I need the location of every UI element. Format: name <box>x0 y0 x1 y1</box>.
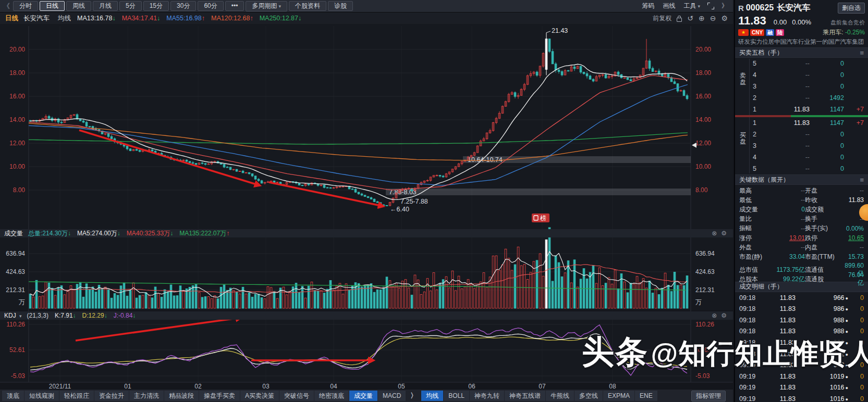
order-book-header[interactable]: 买卖五档（手）≡ <box>735 47 868 58</box>
svg-text:110.26: 110.26 <box>6 321 25 328</box>
session-status: 盘前集合竞价 <box>830 19 865 27</box>
overlay-button-BOLL[interactable]: BOLL <box>444 391 469 401</box>
kdj-value-2: J:-0.84↓ <box>114 312 136 319</box>
key-data-header[interactable]: 关键数据（展开）≡ <box>735 174 868 185</box>
connect-badge: 陆 <box>776 29 784 36</box>
ma-group-label[interactable]: 均线 <box>58 14 71 23</box>
indicator-button-资金拉升[interactable]: 资金拉升 <box>94 391 129 401</box>
pane-settings-icon[interactable]: ⚙ <box>721 312 727 319</box>
zoom-out-icon[interactable]: ⊖ <box>710 15 716 22</box>
svg-text:12.00: 12.00 <box>695 140 711 147</box>
buy-level-row[interactable]: 3--0 <box>751 140 868 152</box>
svg-text:52.61: 52.61 <box>9 346 25 354</box>
overlay-button-神奇九转[interactable]: 神奇九转 <box>470 391 504 401</box>
chart-header: 日线 长安汽车 均线 MA13:16.78↓MA34:17.41↓MA55:16… <box>0 12 733 24</box>
sell-level-row[interactable]: 2--1492 <box>751 92 868 104</box>
indicator-button-突破信号[interactable]: 突破信号 <box>279 391 314 401</box>
indicator-button-轻松跟庄[interactable]: 轻松跟庄 <box>59 391 94 401</box>
overlay-button-EXPMA[interactable]: EXPMA <box>603 391 634 401</box>
svg-text:03: 03 <box>262 383 270 390</box>
sell-level-row[interactable]: 4--0 <box>751 69 868 81</box>
close-pane-icon[interactable]: ⊗ <box>712 230 717 237</box>
indicator-toolbar: 顶底短线窥测轻松跟庄资金拉升主力清洗精品波段操盘手买卖A买卖决策突破信号绝密顶底… <box>0 390 733 402</box>
overlay-button-均线[interactable]: 均线 <box>421 391 443 401</box>
buy-side-label: 买盘 <box>739 132 747 145</box>
tool-menu-筹码[interactable]: 筹码 <box>642 2 654 10</box>
trade-row[interactable]: 09:1811.83988●0 <box>735 315 868 326</box>
settings-gear-icon[interactable]: ⚙ <box>721 15 728 22</box>
close-pane-icon[interactable]: ⊗ <box>712 312 717 319</box>
indicator-button-精品波段[interactable]: 精品波段 <box>164 391 199 401</box>
toolbar-button-个股资料[interactable]: 个股资料 <box>289 1 326 11</box>
trade-row[interactable]: 09:1911.831016●0 <box>735 393 868 402</box>
indicator-button-MACD[interactable]: MACD <box>378 391 406 401</box>
svg-text:←6.40: ←6.40 <box>390 206 409 213</box>
tool-menu-工具[interactable]: 工具▾ <box>683 2 700 10</box>
overlay-button-多空线[interactable]: 多空线 <box>574 391 603 401</box>
buy-level-row[interactable]: 111.831147+7 <box>751 117 868 129</box>
period-tab-周线[interactable]: 周线 <box>66 1 91 11</box>
adjust-mode-label[interactable]: 前复权 <box>653 14 671 23</box>
buy-level-row[interactable]: 4--0 <box>751 152 868 163</box>
price-change: 0.00 <box>774 18 787 26</box>
buy-level-row[interactable]: 2--0 <box>751 129 868 140</box>
key-data-row: 成交量0成交额0 <box>735 205 868 214</box>
period-tab-月线[interactable]: 月线 <box>93 1 118 11</box>
svg-text:万: 万 <box>695 298 702 306</box>
lock-icon[interactable] <box>677 18 682 22</box>
period-tab-日线[interactable]: 日线 <box>40 1 65 11</box>
order-book: 卖盘买盘5--04--03--02--1492111.831147+7111.8… <box>735 58 868 174</box>
indicator-button-顶底[interactable]: 顶底 <box>2 391 24 401</box>
forward-chevrons-icon[interactable]: 》 <box>722 2 728 10</box>
sell-level-row[interactable]: 111.831147+7 <box>751 104 868 115</box>
indicator-button-主力清洗[interactable]: 主力清洗 <box>129 391 164 401</box>
svg-text:212.31: 212.31 <box>6 286 25 294</box>
price-change-pct: 0.00% <box>792 18 811 26</box>
indicator-button-成交量[interactable]: 成交量 <box>349 391 377 401</box>
overlay-button-神奇五线谱[interactable]: 神奇五线谱 <box>505 391 545 401</box>
tool-menu-画线[interactable]: 画线 <box>663 2 675 10</box>
svg-text:04: 04 <box>330 383 337 390</box>
svg-text:07: 07 <box>539 383 546 390</box>
china-flag-badge: ★ <box>738 29 749 36</box>
rank-badge[interactable]: 榜 <box>532 213 549 222</box>
toolbar-expand-arrow[interactable]: 〉 <box>406 391 421 400</box>
sell-level-row[interactable]: 3--0 <box>751 81 868 92</box>
overlay-button-牛熊线[interactable]: 牛熊线 <box>546 391 574 401</box>
undo-icon[interactable]: ↺ <box>687 15 693 22</box>
indicator-button-短线窥测[interactable]: 短线窥测 <box>25 391 59 401</box>
chevron-down-icon: ▾ <box>19 313 22 319</box>
sector-quote[interactable]: 乘用车: -0.25% <box>823 28 865 37</box>
svg-text:8.00: 8.00 <box>13 186 26 194</box>
back-chevrons-icon[interactable]: 《 <box>3 2 10 11</box>
period-tab-15分[interactable]: 15分 <box>143 1 169 11</box>
trade-row[interactable]: 09:1811.83986●0 <box>735 303 868 315</box>
multi-period-dropdown[interactable]: 多周期图▾ <box>246 1 287 11</box>
fullscreen-icon[interactable] <box>707 3 714 9</box>
indicator-button-A买卖决策[interactable]: A买卖决策 <box>240 391 279 401</box>
period-tab-分时[interactable]: 分时 <box>13 1 38 11</box>
zoom-in-icon[interactable]: ⊕ <box>699 15 705 22</box>
svg-text:02: 02 <box>194 383 202 390</box>
trade-row[interactable]: 09:1811.83966●0 <box>735 292 868 304</box>
sell-level-row[interactable]: 5--0 <box>751 58 868 69</box>
remove-watchlist-button[interactable]: 删自选 <box>838 3 865 14</box>
more-periods-button[interactable]: ••• <box>225 1 244 11</box>
pane-settings-icon[interactable]: ⚙ <box>721 230 727 237</box>
menu-icon[interactable]: ≡ <box>860 49 864 57</box>
period-tab-5分[interactable]: 5分 <box>119 1 142 11</box>
trade-row[interactable]: 09:1911.831016●0 <box>735 382 868 394</box>
kdj-pane-header: KDJ ▾ (21,3,3) K:7.91↓D:12.29↓J:-0.84↓ ⊗… <box>0 311 733 320</box>
volume-title[interactable]: 成交量 <box>4 229 23 238</box>
menu-icon[interactable]: ≡ <box>860 176 864 184</box>
period-tab-30分[interactable]: 30分 <box>170 1 196 11</box>
period-tab-60分[interactable]: 60分 <box>198 1 223 11</box>
indicator-button-绝密顶底[interactable]: 绝密顶底 <box>314 391 349 401</box>
indicator-manage-button[interactable]: 指标管理 <box>691 391 726 401</box>
toolbar-button-诊股[interactable]: 诊股 <box>328 1 353 11</box>
overlay-button-ENE[interactable]: ENE <box>635 391 657 401</box>
key-data-row: 最低--昨收11.83 <box>735 195 868 205</box>
kdj-title[interactable]: KDJ ▾ <box>4 312 22 319</box>
indicator-button-操盘手买卖[interactable]: 操盘手买卖 <box>199 391 240 401</box>
buy-level-row[interactable]: 5--0 <box>751 163 868 174</box>
